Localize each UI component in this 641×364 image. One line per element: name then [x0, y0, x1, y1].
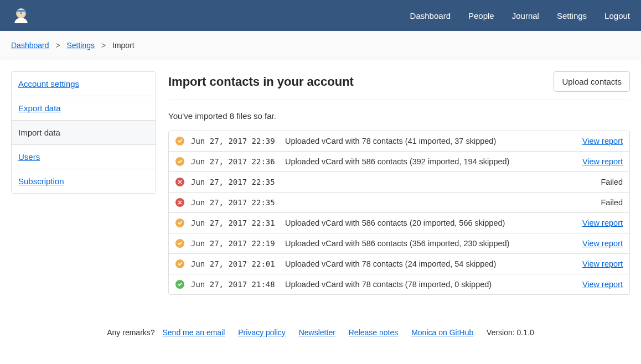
header: Dashboard People Journal Settings Logout [0, 0, 641, 31]
import-date: Jun 27, 2017 22:35 [191, 178, 285, 186]
logo[interactable] [11, 6, 31, 25]
breadcrumb-sep: > [101, 41, 106, 50]
import-description: Uploaded vCard with 586 contacts (20 imp… [285, 219, 582, 227]
breadcrumb-settings[interactable]: Settings [66, 41, 95, 50]
check-icon [175, 280, 184, 289]
failed-label: Failed [601, 198, 623, 207]
table-row: Jun 27, 2017 22:19Uploaded vCard with 58… [169, 233, 629, 254]
sidebar-item-account[interactable]: Account settings [12, 72, 156, 96]
import-history-table: Jun 27, 2017 22:39Uploaded vCard with 78… [168, 131, 630, 295]
import-description: Uploaded vCard with 78 contacts (78 impo… [285, 280, 582, 289]
breadcrumb-sep: > [55, 41, 60, 50]
nav-settings[interactable]: Settings [557, 11, 587, 20]
sidebar-item-subscription[interactable]: Subscription [12, 169, 156, 193]
footer-github-link[interactable]: Monica on GitHub [411, 328, 473, 337]
main-nav: Dashboard People Journal Settings Logout [410, 11, 630, 20]
breadcrumb: Dashboard > Settings > Import [0, 31, 641, 60]
view-report-link[interactable]: View report [582, 239, 623, 248]
svg-rect-2 [17, 12, 20, 14]
import-date: Jun 27, 2017 22:01 [191, 259, 285, 268]
footer-newsletter-link[interactable]: Newsletter [299, 328, 335, 337]
check-icon [175, 157, 184, 166]
view-report-link[interactable]: View report [582, 219, 623, 227]
table-row: Jun 27, 2017 22:31Uploaded vCard with 58… [169, 213, 629, 233]
view-report-link[interactable]: View report [582, 137, 623, 145]
error-icon [175, 178, 184, 186]
import-description: Uploaded vCard with 586 contacts (356 im… [285, 239, 582, 248]
page-title: Import contacts in your account [168, 75, 354, 89]
table-row: Jun 27, 2017 22:01Uploaded vCard with 78… [169, 254, 629, 274]
sidebar-item-export[interactable]: Export data [12, 96, 156, 121]
error-icon [175, 198, 184, 207]
import-date: Jun 27, 2017 22:35 [191, 198, 285, 207]
table-row: Jun 27, 2017 22:35Failed [169, 172, 629, 193]
table-row: Jun 27, 2017 22:36Uploaded vCard with 58… [169, 152, 629, 172]
check-icon [175, 259, 184, 268]
import-date: Jun 27, 2017 22:36 [191, 157, 285, 166]
import-date: Jun 27, 2017 22:31 [191, 219, 285, 227]
sidebar-item-users[interactable]: Users [12, 145, 156, 169]
failed-label: Failed [601, 178, 623, 186]
footer-remarks: Any remarks? [107, 328, 154, 337]
nav-logout[interactable]: Logout [604, 11, 630, 20]
import-count-text: You've imported 8 files so far. [168, 111, 630, 121]
view-report-link[interactable]: View report [582, 280, 623, 289]
view-report-link[interactable]: View report [582, 259, 623, 268]
footer-privacy-link[interactable]: Privacy policy [238, 328, 286, 337]
footer: Any remarks? Send me an email Privacy po… [0, 306, 641, 348]
table-row: Jun 27, 2017 22:39Uploaded vCard with 78… [169, 131, 629, 152]
footer-version: Version: 0.1.0 [487, 328, 534, 337]
import-date: Jun 27, 2017 22:19 [191, 239, 285, 248]
nav-dashboard[interactable]: Dashboard [410, 11, 451, 20]
import-description: Uploaded vCard with 78 contacts (41 impo… [285, 137, 582, 145]
view-report-link[interactable]: View report [582, 157, 623, 166]
sidebar: Account settings Export data Import data… [11, 71, 156, 295]
upload-contacts-button[interactable]: Upload contacts [554, 71, 630, 92]
table-row: Jun 27, 2017 21:48Uploaded vCard with 78… [169, 274, 629, 294]
svg-rect-3 [22, 12, 25, 14]
sidebar-item-import: Import data [12, 121, 156, 145]
check-icon [175, 239, 184, 248]
check-icon [175, 219, 184, 227]
table-row: Jun 27, 2017 22:35Failed [169, 193, 629, 213]
breadcrumb-dashboard[interactable]: Dashboard [11, 41, 49, 50]
import-date: Jun 27, 2017 22:39 [191, 137, 285, 145]
import-date: Jun 27, 2017 21:48 [191, 280, 285, 289]
main-content: Import contacts in your account Upload c… [168, 71, 630, 295]
footer-email-link[interactable]: Send me an email [163, 328, 225, 337]
import-description: Uploaded vCard with 586 contacts (392 im… [285, 157, 582, 166]
nav-journal[interactable]: Journal [512, 11, 539, 20]
check-icon [175, 137, 184, 145]
import-description: Uploaded vCard with 78 contacts (24 impo… [285, 259, 582, 268]
nav-people[interactable]: People [468, 11, 494, 20]
breadcrumb-current: Import [112, 41, 135, 50]
footer-release-link[interactable]: Release notes [349, 328, 399, 337]
